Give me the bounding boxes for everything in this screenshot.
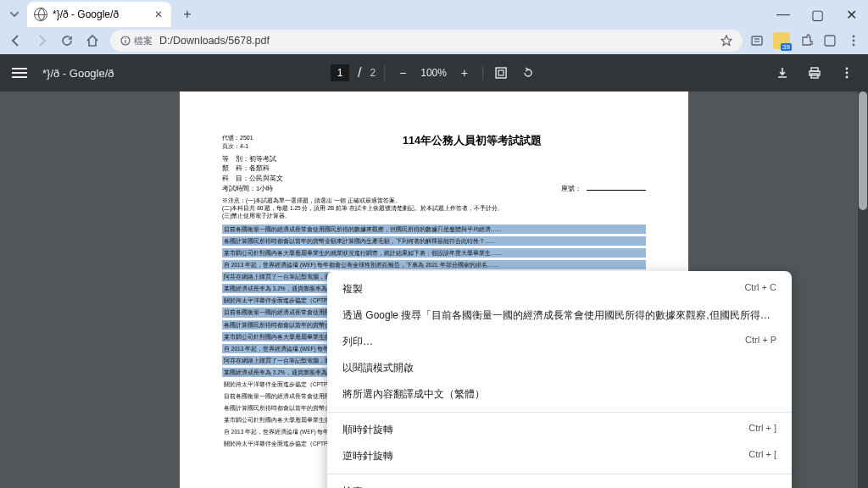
extension-area: 39 [749, 32, 863, 49]
toolbar-separator [482, 65, 483, 80]
ctx-copy[interactable]: 複製 Ctrl + C [327, 276, 792, 302]
forward-button[interactable] [34, 33, 49, 48]
window-close-button[interactable]: ✕ [834, 0, 868, 29]
rotate-button[interactable] [519, 64, 537, 82]
svg-point-17 [846, 76, 849, 79]
page-total: 2 [370, 67, 376, 79]
tab-title: *}/ð - Google/ð [53, 8, 119, 20]
ctx-separator [327, 474, 792, 474]
selected-text[interactable]: 某市調公司針對國內各大學應屆畢業生的就業狀況進行調查，統計結果如下表：假設該年度… [222, 248, 646, 258]
window-maximize-button[interactable]: ▢ [800, 0, 834, 29]
tab-close-button[interactable]: ✕ [153, 8, 164, 20]
svg-point-2 [125, 38, 125, 39]
selected-text[interactable]: 自 2013 年起，世界經濟論壇 (WEF) 每年都會公布全球性別差距報告，下表… [222, 260, 646, 269]
zoom-out-button[interactable]: − [393, 64, 412, 82]
pdf-center-controls: 1 / 2 − 100% + [331, 64, 537, 82]
doc-meta-line: 等 別：初等考試 [222, 155, 646, 164]
reader-mode-icon[interactable] [749, 33, 765, 48]
info-icon [120, 36, 131, 46]
page-separator: / [358, 65, 361, 80]
ctx-translate[interactable]: 將所選內容翻譯成中文（繁體） [327, 381, 792, 408]
doc-notes: ※注意：(一)本試題為單一選擇題，請選出 一個 正確或最適當答案。 (二)本科目… [222, 197, 646, 219]
pdf-toolbar: *}/ð - Google/ð 1 / 2 − 100% + [0, 54, 868, 92]
ctx-reader-mode[interactable]: 以閱讀模式開啟 [327, 355, 792, 381]
doc-title: 114年公務人員初等考試試題 [298, 134, 646, 154]
toolbar-separator [384, 65, 385, 80]
seat-label: 座號： [561, 185, 646, 194]
ctx-rotate-ccw[interactable]: 逆時針旋轉 Ctrl + [ [327, 443, 792, 469]
scrollbar-thumb[interactable] [859, 92, 867, 210]
doc-code: 代號：2501 頁次：4-1 [222, 134, 298, 154]
svg-point-15 [846, 68, 849, 70]
url-text: D:/Downloads/5678.pdf [159, 35, 270, 47]
svg-rect-10 [496, 68, 506, 78]
tab-bar: *}/ð - Google/ð ✕ + — ▢ ✕ [0, 0, 868, 29]
tabs-dropdown-button[interactable] [5, 5, 24, 24]
svg-rect-6 [825, 36, 835, 46]
reload-button[interactable] [59, 33, 75, 48]
pdf-more-button[interactable] [837, 64, 856, 82]
extension-badge-count: 39 [781, 43, 792, 51]
window-minimize-button[interactable]: — [766, 0, 800, 29]
ctx-search-google[interactable]: 透過 Google 搜尋「目前各國衡量一國的經濟成長常會使用國民所得的數據來觀察… [327, 302, 792, 329]
address-bar: 檔案 D:/Downloads/5678.pdf 39 [0, 29, 868, 54]
back-button[interactable] [8, 33, 24, 48]
extensions-button[interactable] [798, 33, 814, 48]
zoom-in-button[interactable]: + [455, 64, 474, 82]
profile-icon[interactable] [822, 33, 837, 48]
doc-code-line: 代號：2501 [222, 134, 298, 142]
ctx-rotate-cw[interactable]: 順時針旋轉 Ctrl + ] [327, 417, 792, 443]
globe-icon [34, 8, 47, 21]
home-button[interactable] [85, 33, 100, 48]
pdf-right-controls [773, 64, 856, 82]
window-controls: — ▢ ✕ [766, 0, 868, 29]
browser-menu-button[interactable] [846, 33, 861, 48]
doc-meta-line: 類 科：各類科 [222, 164, 646, 174]
context-menu: 複製 Ctrl + C 透過 Google 搜尋「目前各國衡量一國的經濟成長常會… [327, 271, 792, 488]
ctx-print[interactable]: 列印… Ctrl + P [327, 329, 792, 355]
omnibox[interactable]: 檔案 D:/Downloads/5678.pdf [110, 30, 743, 52]
svg-rect-11 [498, 70, 504, 75]
ctx-separator [327, 412, 792, 413]
fit-page-button[interactable] [492, 64, 510, 82]
browser-tab[interactable]: *}/ð - Google/ð ✕ [27, 2, 171, 27]
print-button[interactable] [805, 64, 824, 82]
new-tab-button[interactable]: + [176, 3, 198, 25]
selected-text[interactable]: 各國計算國民所得時都會以當年的貨幣金額來計算國內生產毛額，下列何者的解釋最能符合… [222, 236, 646, 246]
download-button[interactable] [773, 64, 792, 82]
scrollbar-track[interactable] [858, 92, 868, 488]
page-number-input[interactable]: 1 [331, 64, 349, 81]
svg-point-7 [853, 36, 855, 38]
ctx-inspect[interactable]: 檢查 [327, 479, 792, 488]
site-info-label: 檔案 [134, 35, 153, 47]
doc-meta-line: 科 目：公民與英文 [222, 175, 646, 184]
selected-text[interactable]: 目前各國衡量一國的經濟成長常會使用國民所得的數據來觀察，但國民所得的數據只是整體… [222, 225, 646, 234]
doc-code-line: 頁次：4-1 [222, 142, 298, 151]
nav-buttons [5, 33, 103, 48]
svg-point-8 [853, 40, 855, 42]
svg-point-9 [853, 44, 855, 47]
svg-rect-3 [752, 36, 762, 45]
browser-chrome: *}/ð - Google/ð ✕ + — ▢ ✕ [0, 0, 868, 54]
doc-meta-line: 考試時間：1小時 [222, 185, 561, 194]
bookmark-star-button[interactable] [721, 35, 732, 47]
zoom-value: 100% [420, 67, 447, 79]
svg-point-16 [846, 72, 849, 75]
pdf-menu-button[interactable] [12, 68, 27, 78]
site-info-button[interactable]: 檔案 [120, 35, 153, 47]
pdf-title: *}/ð - Google/ð [42, 67, 114, 80]
extension-badge[interactable]: 39 [773, 32, 790, 49]
